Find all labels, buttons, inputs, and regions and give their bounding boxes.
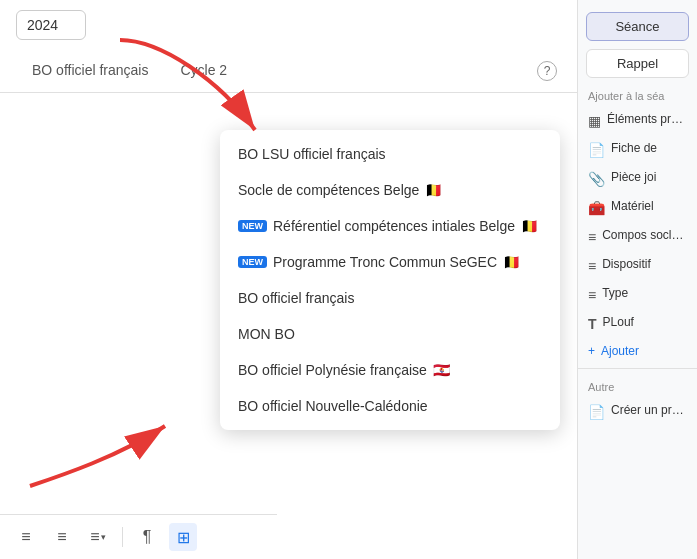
dropdown-item-bo-lsu[interactable]: BO LSU officiel français	[220, 136, 560, 172]
sidebar-item-creer[interactable]: 📄 Créer un préparatio de cette	[578, 397, 697, 426]
text-icon: T	[588, 316, 597, 332]
align-left-button[interactable]: ≡	[12, 523, 40, 551]
list-button[interactable]: ≡ ▾	[84, 523, 112, 551]
grid-icon: ▦	[588, 113, 601, 129]
dropdown-menu: BO LSU officiel français Socle de compét…	[220, 130, 560, 430]
seance-button[interactable]: Séance	[586, 12, 689, 41]
sidebar-item-label: Matériel	[611, 199, 654, 213]
sidebar-item-label: Créer un préparatio de cette	[611, 403, 687, 417]
toolbar: ≡ ≡ ≡ ▾ ¶ ⊞	[0, 514, 277, 559]
add-section-label: Ajouter à la séa	[578, 82, 697, 106]
sidebar-item-label: PLouf	[603, 315, 634, 329]
dropdown-item-socle-belge[interactable]: Socle de compétences Belge 🇧🇪	[220, 172, 560, 208]
sidebar-item-label: Dispositif	[602, 257, 651, 271]
plus-icon: +	[588, 344, 595, 358]
add-button[interactable]: + Ajouter	[578, 338, 697, 364]
sidebar-item-plouf[interactable]: T PLouf	[578, 309, 697, 338]
sidebar-item-materiel[interactable]: 🧰 Matériel	[578, 193, 697, 222]
other-section-label: Autre	[578, 373, 697, 397]
file2-icon: 📄	[588, 404, 605, 420]
sidebar: Séance Rappel Ajouter à la séa ▦ Élément…	[577, 0, 697, 559]
dropdown-item-mon-bo[interactable]: MON BO	[220, 316, 560, 352]
sidebar-item-compos[interactable]: ≡ Compos socle co	[578, 222, 697, 251]
year-input[interactable]	[16, 10, 86, 40]
add-label: Ajouter	[601, 344, 639, 358]
file-icon: 📄	[588, 142, 605, 158]
tab-cycle2[interactable]: Cycle 2	[164, 50, 243, 92]
tab-bo-officiel[interactable]: BO officiel français	[16, 50, 164, 92]
dropdown-item-bo-officiel[interactable]: BO officiel français	[220, 280, 560, 316]
paragraph-button[interactable]: ¶	[133, 523, 161, 551]
dropdown-item-nouvelle-caledonie[interactable]: BO officiel Nouvelle-Calédonie	[220, 388, 560, 424]
help-icon[interactable]: ?	[537, 61, 557, 81]
sidebar-item-dispositif[interactable]: ≡ Dispositif	[578, 251, 697, 280]
table-button[interactable]: ⊞	[169, 523, 197, 551]
sidebar-item-fiche[interactable]: 📄 Fiche de	[578, 135, 697, 164]
rappel-button[interactable]: Rappel	[586, 49, 689, 78]
toolbar-separator	[122, 527, 123, 547]
dropdown-item-referentiel-belge[interactable]: NEW Référentiel compétences intiales Bel…	[220, 208, 560, 244]
sidebar-divider	[578, 368, 697, 369]
dropdown-item-programme-tronc[interactable]: NEW Programme Tronc Commun SeGEC 🇧🇪	[220, 244, 560, 280]
toolbox-icon: 🧰	[588, 200, 605, 216]
top-bar	[0, 0, 577, 50]
sidebar-item-label: Fiche de	[611, 141, 657, 155]
sidebar-item-label: Type	[602, 286, 628, 300]
list2-icon: ≡	[588, 258, 596, 274]
list3-icon: ≡	[588, 287, 596, 303]
new-badge: NEW	[238, 220, 267, 232]
main-content: BO officiel français Cycle 2 ? BO LSU of…	[0, 0, 577, 559]
new-badge-2: NEW	[238, 256, 267, 268]
paperclip-icon: 📎	[588, 171, 605, 187]
sidebar-item-label: Pièce joi	[611, 170, 656, 184]
dropdown-item-polynesie[interactable]: BO officiel Polynésie française 🇵🇫	[220, 352, 560, 388]
annotation-arrow-2	[20, 406, 180, 499]
sidebar-item-label: Compos socle co	[602, 228, 687, 242]
sidebar-item-label: Éléments progress	[607, 112, 687, 126]
sidebar-item-piece[interactable]: 📎 Pièce joi	[578, 164, 697, 193]
sidebar-item-type[interactable]: ≡ Type	[578, 280, 697, 309]
sidebar-item-elements[interactable]: ▦ Éléments progress	[578, 106, 697, 135]
list-icon: ≡	[588, 229, 596, 245]
align-center-button[interactable]: ≡	[48, 523, 76, 551]
tab-row: BO officiel français Cycle 2 ?	[0, 50, 577, 93]
